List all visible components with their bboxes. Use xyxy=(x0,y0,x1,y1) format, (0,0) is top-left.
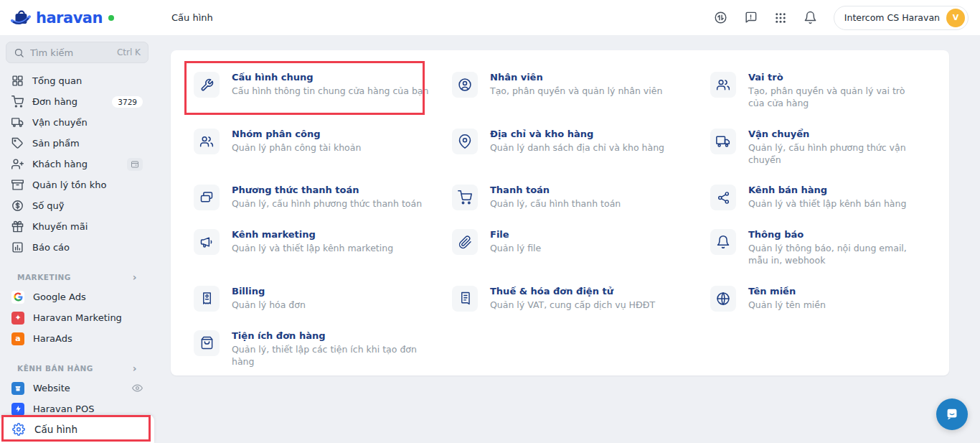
card-nhan-vien[interactable]: Nhân viên Tạo, phân quyền và quản lý nhâ… xyxy=(452,72,710,98)
sidebar-item-bao-cao[interactable]: Báo cáo xyxy=(6,237,149,258)
chevron-right-icon: › xyxy=(133,363,137,373)
brand-text: haravan xyxy=(36,9,103,27)
search-input[interactable] xyxy=(30,47,111,58)
feedback-icon[interactable] xyxy=(744,11,758,24)
card-text: Địa chỉ và kho hàng Quản lý danh sách đị… xyxy=(490,129,664,154)
sidebar-item-label: Sản phẩm xyxy=(32,138,80,149)
card-dia-chi-kho-hang[interactable]: Địa chỉ và kho hàng Quản lý danh sách đị… xyxy=(452,129,710,154)
card-title: Vai trò xyxy=(748,72,920,83)
card-kenh-ban-hang[interactable]: Kênh bán hàng Quản lý và thiết lập kênh … xyxy=(710,185,935,210)
sidebar-item-haraads[interactable]: a HaraAds xyxy=(6,328,149,349)
sidebar-item-label: Haravan POS xyxy=(33,404,94,414)
card-text: Thông báo Quản lý thông báo, nội dung em… xyxy=(748,229,920,267)
sidebar-item-khuyen-mai[interactable]: Khuyến mãi xyxy=(6,216,149,237)
sidebar-item-label: Khách hàng xyxy=(32,159,88,169)
card-desc: Quản lý, thiết lập các tiện ích khi tạo … xyxy=(232,343,434,368)
intercom-chat-button[interactable] xyxy=(936,398,968,430)
topbar: haravan Cấu hình Intercom xyxy=(0,0,980,36)
card-text: Vận chuyển Quản lý, cấu hình phương thức… xyxy=(748,129,920,167)
bar-chart-icon xyxy=(11,241,24,253)
truck-icon xyxy=(710,129,736,154)
section-marketing[interactable]: MARKETING › xyxy=(11,272,143,282)
apps-grid-icon[interactable] xyxy=(774,11,787,24)
sidebar-item-don-hang[interactable]: Đơn hàng 3729 xyxy=(6,91,149,112)
card-cau-hinh-chung[interactable]: Cấu hình chung Cấu hình thông tin chung … xyxy=(194,72,452,98)
person-circle-icon xyxy=(452,72,478,98)
haravan-logo[interactable]: haravan xyxy=(0,7,154,29)
card-title: Tiện ích đơn hàng xyxy=(232,330,434,341)
archive-icon xyxy=(11,179,24,191)
account-name: Intercom CS Haravan xyxy=(844,12,940,23)
card-van-chuyen[interactable]: Vận chuyển Quản lý, cấu hình phương thức… xyxy=(710,129,935,167)
card-phuong-thuc-thanh-toan[interactable]: Phương thức thanh toán Quản lý, cấu hình… xyxy=(194,185,452,210)
sidebar-item-so-quy[interactable]: Số quỹ xyxy=(6,195,149,216)
card-nhom-phan-cong[interactable]: Nhóm phân công Quản lý phân công tài kho… xyxy=(194,129,452,154)
megaphone-icon xyxy=(194,229,220,255)
sidebar-item-khach-hang[interactable]: Khách hàng xyxy=(6,154,149,174)
sidebar-item-van-chuyen[interactable]: Vận chuyển xyxy=(6,112,149,133)
card-title: Vận chuyển xyxy=(748,129,920,139)
card-title: Thông báo xyxy=(748,229,920,240)
card-title: File xyxy=(490,229,541,240)
card-desc: Quản lý, cấu hình phương thức thanh toán xyxy=(232,197,422,210)
card-desc: Quản lý file xyxy=(490,242,541,254)
card-file[interactable]: File Quản lý file xyxy=(452,229,710,255)
card-text: Vai trò Tạo, phân quyền và quản lý vai t… xyxy=(748,72,920,110)
card-text: Phương thức thanh toán Quản lý, cấu hình… xyxy=(232,185,422,210)
gift-icon xyxy=(11,220,24,233)
receipt-icon xyxy=(194,286,220,312)
card-ten-mien[interactable]: Tên miền Quản lý tên miền xyxy=(710,286,935,312)
visibility-eye-icon[interactable] xyxy=(132,383,143,393)
card-title: Địa chỉ và kho hàng xyxy=(490,129,664,139)
card-desc: Quản lý, cấu hình thanh toán xyxy=(490,197,621,210)
search-box[interactable]: Ctrl K xyxy=(6,42,149,63)
payment-cards-icon xyxy=(194,185,220,210)
avatar: V xyxy=(946,9,965,27)
card-thue-hoa-don[interactable]: Thuế & hóa đơn điện tử Quản lý VAT, cung… xyxy=(452,286,710,312)
card-kenh-marketing[interactable]: Kênh marketing Quản lý và thiết lập kênh… xyxy=(194,229,452,255)
card-title: Tên miền xyxy=(748,286,826,297)
people-group-icon xyxy=(710,72,736,98)
card-text: Cấu hình chung Cấu hình thông tin chung … xyxy=(232,72,428,97)
dollar-circle-icon xyxy=(11,200,24,212)
section-label: KÊNH BÁN HÀNG xyxy=(17,364,93,373)
notifications-bell-icon[interactable] xyxy=(804,11,817,24)
chevron-right-icon: › xyxy=(133,272,137,282)
account-menu[interactable]: Intercom CS Haravan V xyxy=(834,6,969,30)
card-desc: Quản lý và thiết lập kênh marketing xyxy=(232,242,393,254)
status-online-dot xyxy=(108,15,114,21)
card-text: Kênh marketing Quản lý và thiết lập kênh… xyxy=(232,229,393,254)
card-text: Tiện ích đơn hàng Quản lý, thiết lập các… xyxy=(232,330,434,368)
card-text: Billing Quản lý hóa đơn xyxy=(232,286,306,311)
card-thanh-toan[interactable]: Thanh toán Quản lý, cấu hình thanh toán xyxy=(452,185,710,210)
section-kenh-ban-hang[interactable]: KÊNH BÁN HÀNG › xyxy=(11,363,143,373)
sidebar-item-san-pham[interactable]: Sản phẩm xyxy=(6,133,149,154)
settings-grid: Cấu hình chung Cấu hình thông tin chung … xyxy=(171,50,949,382)
card-tien-ich-don-hang[interactable]: Tiện ích đơn hàng Quản lý, thiết lập các… xyxy=(194,330,452,368)
sidebar-item-label: Khuyến mãi xyxy=(32,221,88,232)
card-thong-bao[interactable]: Thông báo Quản lý thông báo, nội dung em… xyxy=(710,229,935,267)
card-title: Cấu hình chung xyxy=(232,72,428,83)
sidebar-item-website[interactable]: Website xyxy=(6,378,149,398)
sidebar-item-haravan-marketing[interactable]: ✦ Haravan Marketing xyxy=(6,307,149,328)
card-desc: Quản lý thông báo, nội dung email, mẫu i… xyxy=(748,242,920,267)
card-vai-tro[interactable]: Vai trò Tạo, phân quyền và quản lý vai t… xyxy=(710,72,935,110)
card-title: Kênh bán hàng xyxy=(748,185,906,195)
sidebar-item-label: Báo cáo xyxy=(32,242,70,253)
card-desc: Quản lý, cấu hình phương thức vận chuyển xyxy=(748,141,920,167)
card-desc: Cấu hình thông tin chung cửa hàng của bạ… xyxy=(232,85,428,97)
settings-panel: Cấu hình chung Cấu hình thông tin chung … xyxy=(171,50,949,376)
sidebar-item-tong-quan[interactable]: Tổng quan xyxy=(6,70,149,91)
open-panel-icon[interactable] xyxy=(127,158,143,171)
sidebar-item-label: Quản lý tồn kho xyxy=(32,179,106,190)
sidebar-item-label: Google Ads xyxy=(33,292,86,302)
sidebar-item-google-ads[interactable]: Google Ads xyxy=(6,286,149,307)
sidebar-item-cau-hinh[interactable]: Cấu hình xyxy=(0,415,154,443)
sidebar-item-ton-kho[interactable]: Quản lý tồn kho xyxy=(6,174,149,195)
sync-icon[interactable] xyxy=(714,11,727,24)
card-billing[interactable]: Billing Quản lý hóa đơn xyxy=(194,286,452,312)
haravan-marketing-icon: ✦ xyxy=(11,312,24,325)
page-title: Cấu hình xyxy=(171,12,213,23)
card-desc: Quản lý danh sách địa chỉ và kho hàng xyxy=(490,141,664,154)
orders-count-badge: 3729 xyxy=(112,96,143,108)
